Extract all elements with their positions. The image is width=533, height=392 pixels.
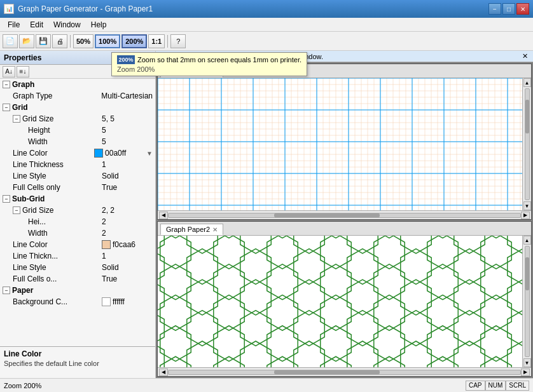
prop-grid-size[interactable]: − Grid Size 5, 5 <box>0 113 155 125</box>
props-sort-alpha[interactable]: A↓ <box>3 66 15 78</box>
prop-height[interactable]: Height 5 <box>0 125 155 136</box>
info-title: Line Color <box>4 349 151 358</box>
prop-subgrid-size[interactable]: − Grid Size 2, 2 <box>0 205 155 216</box>
section-paper[interactable]: − Paper <box>0 285 155 296</box>
prop-subgrid-full[interactable]: Full Cells o... True <box>0 273 155 285</box>
panel-body-2: ▲ ▼ <box>158 236 531 367</box>
scrl-indicator: SCRL <box>506 381 529 391</box>
save-button[interactable]: 💾 <box>36 34 51 48</box>
line-color-swatch <box>94 149 103 158</box>
graph-canvas-1 <box>158 78 522 210</box>
info-desc: Specifies the default Line color <box>4 360 151 367</box>
scroll-left-2[interactable]: ◀ <box>159 368 168 376</box>
separator2 <box>167 35 168 48</box>
separator1 <box>70 35 71 48</box>
graph-area-2 <box>158 236 522 367</box>
minimize-button[interactable]: − <box>488 3 501 15</box>
scroll-track-h-1[interactable] <box>168 213 521 218</box>
expand-subgrid-size[interactable]: − <box>13 206 20 214</box>
section-subgrid[interactable]: − Sub-Grid <box>0 193 155 205</box>
expand-subgrid[interactable]: − <box>3 195 10 203</box>
scroll-track-h-2[interactable] <box>168 370 521 375</box>
tab-close-2[interactable]: ✕ <box>212 226 218 233</box>
status-zoom: Zoom 200% <box>4 382 41 389</box>
prop-bg-color[interactable]: Background C... ffffff <box>0 296 155 308</box>
properties-info: Line Color Specifies the default Line co… <box>0 346 155 378</box>
prop-line-style[interactable]: Line Style Solid <box>0 170 155 182</box>
maximize-button[interactable]: □ <box>502 3 515 15</box>
prop-line-color[interactable]: Line Color 00a0ff ▼ <box>0 147 155 159</box>
prop-graph-type[interactable]: Graph Type Multi-Cartesian <box>0 90 155 102</box>
panel-body-1: ▲ ▼ <box>158 78 531 210</box>
scroll-right-1[interactable]: ▶ <box>521 212 530 219</box>
open-button[interactable]: 📂 <box>19 34 34 48</box>
graph-area-1 <box>158 78 522 210</box>
expand-graph[interactable]: − <box>3 81 10 88</box>
props-sort-cat[interactable]: ≡↓ <box>17 66 29 78</box>
tooltip-line1: Zoom so that 2mm on screen equals 1mm on… <box>137 56 301 64</box>
info-bar-close[interactable]: ✕ <box>522 52 528 60</box>
menu-help[interactable]: Help <box>86 19 112 30</box>
new-button[interactable]: 📄 <box>3 34 18 48</box>
zoom-50[interactable]: 50% <box>73 34 93 48</box>
scroll-track-v-1[interactable] <box>525 88 530 200</box>
scroll-up-2[interactable]: ▲ <box>523 236 531 245</box>
prop-width[interactable]: Width 5 <box>0 136 155 147</box>
scroll-thumb-h-1 <box>274 213 380 217</box>
tab-graph-paper2[interactable]: Graph Paper2 ✕ <box>160 224 223 235</box>
scroll-down-1[interactable]: ▼ <box>523 201 531 210</box>
zoom-1to1[interactable]: 1:1 <box>148 34 165 48</box>
graph-paper1-panel: Graph Paper1 ✕ ▲ ▼ ◀ <box>157 64 532 220</box>
line-color-dropdown[interactable]: ▼ <box>146 150 153 157</box>
window-title: Graph Paper Generator - Graph Paper1 <box>18 4 153 13</box>
section-graph[interactable]: − Graph <box>0 79 155 90</box>
menu-bar: File Edit Window Help <box>0 18 533 32</box>
menu-edit[interactable]: Edit <box>25 19 48 30</box>
prop-full-cells[interactable]: Full Cells only True <box>0 182 155 193</box>
menu-file[interactable]: File <box>3 19 25 30</box>
expand-grid-size[interactable]: − <box>13 115 20 123</box>
prop-subgrid-thickness[interactable]: Line Thickn... 1 <box>0 250 155 262</box>
tab-bar-2: Graph Paper2 ✕ <box>158 222 531 236</box>
scroll-thumb-v-1 <box>525 100 529 133</box>
main-layout: Properties ✕ A↓ ≡↓ − Graph Graph Type Mu… <box>0 51 533 378</box>
zoom-100[interactable]: 100% <box>95 34 120 48</box>
expand-grid[interactable]: − <box>3 104 10 111</box>
prop-subgrid-style[interactable]: Line Style Solid <box>0 262 155 273</box>
subgrid-color-swatch <box>102 240 111 249</box>
prop-subgrid-width[interactable]: Width 2 <box>0 227 155 239</box>
num-indicator: NUM <box>485 381 506 391</box>
bg-color-swatch <box>102 297 111 306</box>
prop-line-thickness[interactable]: Line Thickness 1 <box>0 159 155 170</box>
graph-canvas-2 <box>158 236 522 367</box>
toolbar: 📄 📂 💾 🖨 50% 100% 200% 1:1 ? <box>0 32 533 51</box>
scroll-right-2[interactable]: ▶ <box>521 368 530 376</box>
menu-window[interactable]: Window <box>48 19 86 30</box>
graph-paper2-panel: Graph Paper2 ✕ ▲ ▼ ◀ <box>157 221 532 377</box>
scroll-down-2[interactable]: ▼ <box>523 358 531 367</box>
tooltip-line2: Zoom 200% <box>117 65 301 73</box>
prop-subgrid-height[interactable]: Hei... 2 <box>0 216 155 227</box>
prop-subgrid-line-color[interactable]: Line Color f0caa6 <box>0 239 155 250</box>
scrollbar-v-1[interactable]: ▲ ▼ <box>522 78 531 210</box>
print-button[interactable]: 🖨 <box>52 34 67 48</box>
zoom-200[interactable]: 200% <box>121 34 147 48</box>
scrollbar-v-2[interactable]: ▲ ▼ <box>522 236 531 367</box>
scroll-left-1[interactable]: ◀ <box>159 212 168 219</box>
scroll-up-1[interactable]: ▲ <box>523 78 531 87</box>
zoom-tooltip: 200% Zoom so that 2mm on screen equals 1… <box>111 52 307 76</box>
status-indicators: CAP NUM SCRL <box>466 381 529 391</box>
section-grid[interactable]: − Grid <box>0 102 155 113</box>
scrollbar-h-1[interactable]: ◀ ▶ <box>158 210 531 219</box>
status-bar: Zoom 200% CAP NUM SCRL <box>0 378 533 392</box>
expand-paper[interactable]: − <box>3 287 10 294</box>
scroll-track-v-2[interactable] <box>525 246 530 357</box>
scrollbar-h-2[interactable]: ◀ ▶ <box>158 367 531 376</box>
app-icon: 📊 <box>4 4 14 14</box>
help-button[interactable]: ? <box>170 34 186 48</box>
tooltip-icon: 200% <box>117 55 135 64</box>
close-button[interactable]: ✕ <box>516 3 529 15</box>
properties-title: Properties <box>4 53 41 62</box>
properties-tree: − Graph Graph Type Multi-Cartesian − Gri… <box>0 79 155 346</box>
window-controls: − □ ✕ <box>488 3 529 15</box>
